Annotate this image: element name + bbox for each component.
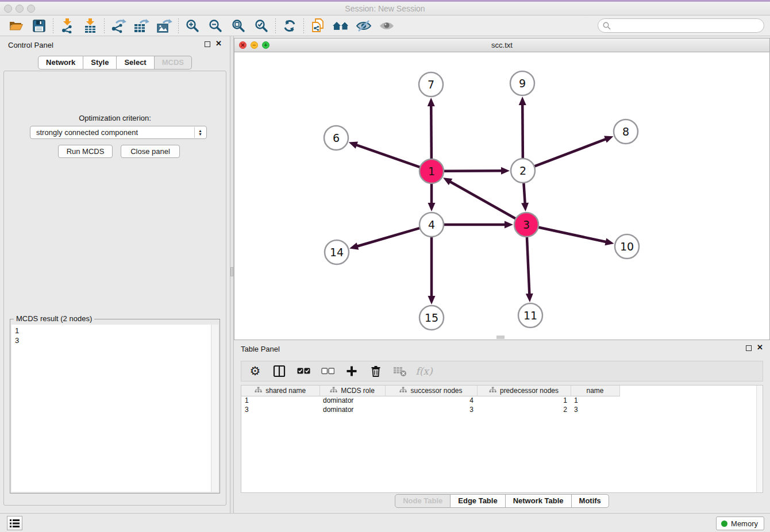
table-tab-edge-table[interactable]: Edge Table <box>451 494 505 508</box>
edge-2-8[interactable] <box>534 136 614 166</box>
table-cell[interactable]: 1 <box>477 396 571 405</box>
search-input[interactable] <box>611 20 764 32</box>
table-cell[interactable]: 3 <box>385 405 477 414</box>
gear-icon: ⚙ <box>250 365 261 377</box>
refresh-view-button[interactable] <box>278 17 301 35</box>
node-label: 6 <box>333 132 340 144</box>
table-panel-float-icon[interactable] <box>746 345 752 351</box>
node-15[interactable]: 15 <box>419 306 444 330</box>
table-tab-network-table[interactable]: Network Table <box>506 494 572 508</box>
table-cell[interactable]: dominator <box>319 405 385 414</box>
show-all-icon <box>379 20 395 32</box>
node-11[interactable]: 11 <box>518 303 542 327</box>
open-file-button[interactable] <box>5 17 28 35</box>
column-header-predecessor-nodes[interactable]: predecessor nodes <box>477 385 571 396</box>
table-cell[interactable]: 3 <box>571 405 619 414</box>
edge-1-4[interactable] <box>428 183 436 211</box>
edge-4-3[interactable] <box>444 221 513 229</box>
delete-table-button[interactable] <box>392 363 408 380</box>
edge-2-3[interactable] <box>521 183 529 211</box>
edge-1-7[interactable] <box>428 98 435 159</box>
table-options-gear-button[interactable]: ⚙ <box>247 363 263 380</box>
function-builder-button[interactable]: f(x) <box>416 363 432 380</box>
splitter-grip[interactable] <box>230 267 233 276</box>
column-header-shared-name[interactable]: shared name <box>241 385 319 396</box>
hide-selected-icon <box>356 20 372 32</box>
edge-1-6[interactable] <box>349 141 420 167</box>
table-panel-close-icon[interactable]: ✕ <box>757 343 763 352</box>
mcds-result-scrollbar[interactable] <box>211 325 218 492</box>
control-panel-float-icon[interactable] <box>205 41 210 47</box>
node-10[interactable]: 10 <box>615 234 639 259</box>
show-column-panel-button[interactable] <box>271 363 287 380</box>
tab-style[interactable]: Style <box>83 56 117 70</box>
table-row[interactable]: 3dominator323 <box>241 405 619 414</box>
optimization-criterion-select[interactable]: strongly connected component ▲▼ <box>30 126 207 139</box>
select-all-columns-button[interactable] <box>295 363 311 380</box>
node-label: 9 <box>519 77 526 90</box>
edge-4-15[interactable] <box>428 237 436 304</box>
task-history-button[interactable] <box>7 516 22 530</box>
edge-1-2[interactable] <box>444 167 510 175</box>
deselect-all-columns-button[interactable] <box>319 363 336 380</box>
network-canvas[interactable]: 1234678910111415 <box>234 52 769 340</box>
close-panel-button[interactable]: Close panel <box>121 145 180 158</box>
network-resize-grip[interactable] <box>496 336 505 339</box>
column-header-mcds-role[interactable]: MCDS role <box>319 385 385 396</box>
column-header-successor-nodes[interactable]: successor nodes <box>385 385 477 396</box>
export-table-button[interactable] <box>130 17 153 35</box>
node-4[interactable]: 4 <box>419 213 444 237</box>
tab-select[interactable]: Select <box>117 56 154 70</box>
edge-3-1[interactable] <box>443 178 516 218</box>
save-session-button[interactable] <box>28 17 51 35</box>
window-title: Session: New Session <box>0 4 770 13</box>
node-8[interactable]: 8 <box>614 119 638 144</box>
zoom-fit-button[interactable] <box>227 17 250 35</box>
table-cell[interactable]: 3 <box>241 405 319 414</box>
node-2[interactable]: 2 <box>511 159 535 183</box>
mcds-result-area[interactable]: 1 3 <box>11 325 218 492</box>
show-all-button[interactable] <box>375 17 398 35</box>
edge-4-14[interactable] <box>349 228 420 250</box>
zoom-out-button[interactable] <box>204 17 227 35</box>
node-label: 4 <box>428 218 435 231</box>
delete-column-button[interactable] <box>368 363 384 380</box>
table-cell[interactable]: 2 <box>477 405 571 414</box>
panel-splitter[interactable] <box>230 36 234 513</box>
node-9[interactable]: 9 <box>510 71 534 95</box>
table-cell[interactable]: dominator <box>319 396 385 405</box>
zoom-selected-button[interactable] <box>250 17 273 35</box>
column-header-name[interactable]: name <box>571 385 619 396</box>
node-6[interactable]: 6 <box>324 126 348 150</box>
memory-button-label: Memory <box>731 519 758 528</box>
memory-button[interactable]: Memory <box>716 516 764 530</box>
table-cell[interactable]: 4 <box>385 396 477 405</box>
control-panel-close-icon[interactable]: ✕ <box>215 39 222 48</box>
export-image-button[interactable] <box>153 17 176 35</box>
duplicate-network-button[interactable] <box>306 17 329 35</box>
node-1[interactable]: 1 <box>419 159 444 183</box>
node-3[interactable]: 3 <box>514 213 538 237</box>
export-network-button[interactable] <box>107 17 130 35</box>
tab-network[interactable]: Network <box>38 56 83 70</box>
table-scrollbar[interactable] <box>756 385 763 492</box>
first-neighbors-button[interactable] <box>329 17 352 35</box>
import-network-button[interactable] <box>56 17 79 35</box>
node-7[interactable]: 7 <box>419 72 443 97</box>
memory-status-icon <box>721 521 727 527</box>
table-tab-node-table[interactable]: Node Table <box>395 494 451 508</box>
table-cell[interactable]: 1 <box>241 396 319 405</box>
tab-mcds[interactable]: MCDS <box>155 56 192 70</box>
run-mcds-button[interactable]: Run MCDS <box>58 145 113 158</box>
hide-selected-button[interactable] <box>352 17 375 35</box>
node-14[interactable]: 14 <box>325 240 349 264</box>
table-row[interactable]: 1dominator411 <box>241 396 619 405</box>
table-cell[interactable]: 1 <box>571 396 619 405</box>
zoom-in-button[interactable] <box>181 17 204 35</box>
edge-3-11[interactable] <box>526 237 533 302</box>
add-column-button[interactable] <box>344 363 360 380</box>
edge-2-9[interactable] <box>519 97 526 159</box>
import-table-button[interactable] <box>79 17 102 35</box>
edge-3-10[interactable] <box>538 227 614 245</box>
table-tab-motifs[interactable]: Motifs <box>572 494 609 508</box>
